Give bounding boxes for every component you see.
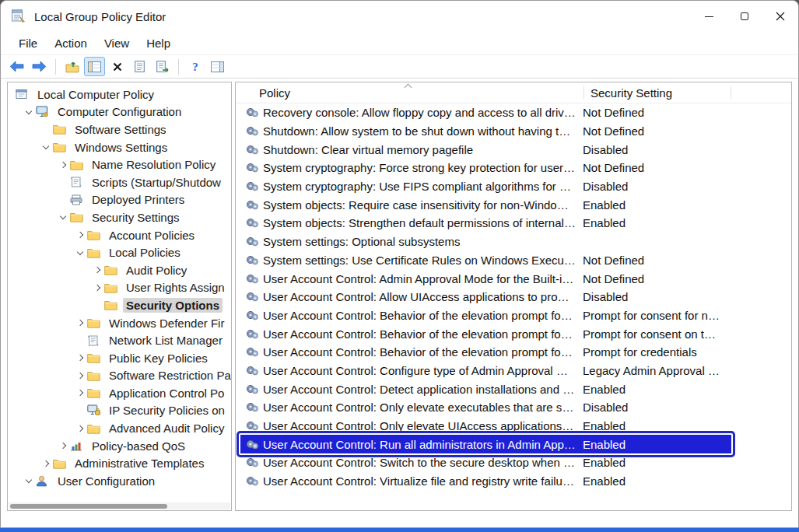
tree-item-policy-based-qos[interactable]: Policy-based QoS — [8, 437, 231, 455]
properties-button[interactable] — [129, 57, 150, 76]
folder-icon — [87, 352, 101, 363]
export-list-button[interactable] — [152, 57, 173, 76]
chevron-right-icon[interactable] — [56, 163, 70, 167]
tree-item-label: Software Restriction Pa — [106, 368, 232, 383]
back-button[interactable] — [6, 57, 27, 76]
folder-icon — [70, 159, 84, 170]
security-setting: Not Defined — [576, 106, 731, 119]
policy-row[interactable]: User Account Control: Behavior of the el… — [240, 343, 731, 362]
tree-item-windows-defender-fir[interactable]: Windows Defender Fir — [8, 314, 231, 332]
chevron-right-icon[interactable] — [73, 320, 87, 325]
tree-item-network-list-manager[interactable]: Network List Manager — [8, 331, 231, 349]
policy-name: User Account Control: Only elevate UIAcc… — [263, 419, 576, 432]
chevron-down-icon[interactable] — [73, 251, 87, 254]
chevron-down-icon[interactable] — [22, 479, 36, 482]
qos-icon — [70, 440, 84, 451]
chevron-right-icon[interactable] — [73, 426, 87, 431]
delete-button[interactable] — [107, 57, 128, 76]
policy-icon — [246, 291, 263, 303]
policy-row[interactable]: System cryptography: Force strong key pr… — [240, 159, 731, 177]
policy-row[interactable]: System objects: Require case insensitivi… — [240, 195, 731, 214]
close-button[interactable] — [762, 1, 798, 32]
printer-icon — [70, 194, 84, 205]
tree-item-public-key-policies[interactable]: Public Key Policies — [8, 349, 231, 367]
tree-item-local-computer-policy[interactable]: Local Computer Policy — [8, 86, 231, 103]
security-setting: Prompt for credentials — [576, 345, 731, 359]
chevron-right-icon[interactable] — [39, 461, 53, 466]
chevron-right-icon[interactable] — [56, 443, 70, 448]
tree-item-windows-settings[interactable]: Windows Settings — [8, 138, 231, 156]
scrollbar-thumb[interactable] — [10, 504, 167, 509]
up-one-level-button[interactable] — [61, 57, 82, 76]
tree-item-user-rights-assign[interactable]: User Rights Assign — [8, 279, 231, 297]
chevron-right-icon[interactable] — [73, 233, 87, 237]
chevron-down-icon[interactable] — [56, 215, 70, 219]
policy-row[interactable]: User Account Control: Behavior of the el… — [240, 306, 731, 325]
tree-horizontal-scrollbar[interactable] — [9, 502, 230, 509]
help-button[interactable]: ? — [184, 57, 205, 76]
tree-item-advanced-audit-policy[interactable]: Advanced Audit Policy — [8, 419, 231, 437]
tree-item-software-restriction-pa[interactable]: Software Restriction Pa — [8, 367, 231, 385]
security-setting: Disabled — [576, 143, 731, 156]
menu-view[interactable]: View — [96, 34, 138, 52]
tree-item-ip-security-policies-on[interactable]: IP Security Policies on — [8, 402, 231, 420]
minimize-button[interactable] — [691, 1, 727, 32]
forward-button[interactable] — [29, 57, 50, 76]
chevron-right-icon[interactable] — [73, 390, 87, 395]
tree-item-security-settings[interactable]: Security Settings — [8, 208, 231, 226]
policy-row[interactable]: Shutdown: Allow system to be shut down w… — [240, 122, 731, 141]
chevron-right-icon[interactable] — [90, 268, 104, 272]
chevron-down-icon[interactable] — [22, 110, 36, 114]
policy-row[interactable]: User Account Control: Virtualize file an… — [240, 472, 731, 491]
column-header-policy[interactable]: Policy — [240, 86, 583, 100]
show-action-pane-button[interactable] — [207, 57, 228, 76]
tree-item-label: Account Policies — [106, 228, 198, 243]
tree-item-security-options[interactable]: Security Options — [8, 296, 231, 314]
policy-row[interactable]: User Account Control: Switch to the secu… — [240, 453, 731, 472]
column-header-security-setting[interactable]: Security Setting — [583, 86, 731, 100]
folder-icon — [87, 370, 101, 381]
toolbar-separator — [55, 59, 56, 75]
chevron-right-icon[interactable] — [73, 373, 87, 378]
tree-item-local-policies[interactable]: Local Policies — [8, 243, 231, 261]
tree-item-label: Windows Settings — [72, 140, 170, 155]
tree-item-deployed-printers[interactable]: Deployed Printers — [8, 191, 231, 209]
policy-row[interactable]: User Account Control: Only elevate execu… — [240, 398, 731, 417]
chevron-right-icon[interactable] — [90, 285, 104, 290]
security-setting: Disabled — [576, 180, 731, 193]
policy-row[interactable]: User Account Control: Only elevate UIAcc… — [240, 417, 731, 436]
folder-icon — [104, 282, 118, 293]
show-console-tree-button[interactable] — [84, 57, 105, 76]
tree-item-name-resolution-policy[interactable]: Name Resolution Policy — [8, 156, 231, 173]
tree-item-audit-policy[interactable]: Audit Policy — [8, 261, 231, 279]
chevron-right-icon[interactable] — [73, 355, 87, 360]
script-icon — [70, 177, 84, 187]
policy-row[interactable]: System settings: Use Certificate Rules o… — [240, 251, 731, 270]
policy-row[interactable]: Recovery console: Allow floppy copy and … — [240, 103, 731, 122]
tree-item-software-settings[interactable]: Software Settings — [8, 121, 231, 138]
tree-item-administrative-templates[interactable]: Administrative Templates — [8, 454, 231, 472]
tree-item-application-control-po[interactable]: Application Control Po — [8, 384, 231, 402]
tree-item-user-configuration[interactable]: User Configuration — [8, 472, 231, 490]
policy-row[interactable]: User Account Control: Admin Approval Mod… — [240, 269, 731, 288]
policy-row[interactable]: User Account Control: Configure type of … — [240, 362, 731, 380]
policy-row[interactable]: User Account Control: Allow UIAccess app… — [240, 288, 731, 306]
policy-row[interactable]: User Account Control: Run all administra… — [240, 435, 731, 453]
policy-row[interactable]: System settings: Optional subsystems — [240, 233, 731, 251]
tree-item-scripts-startup-shutdow[interactable]: Scripts (Startup/Shutdow — [8, 173, 231, 191]
security-setting: Legacy Admin Approval … — [576, 364, 731, 377]
policy-row[interactable]: System cryptography: Use FIPS compliant … — [240, 177, 731, 196]
menu-action[interactable]: Action — [46, 34, 96, 52]
tree-item-computer-configuration[interactable]: Computer Configuration — [8, 103, 231, 121]
security-setting: Enabled — [576, 383, 731, 396]
policy-row[interactable]: System objects: Strengthen default permi… — [240, 214, 731, 233]
menu-help[interactable]: Help — [138, 34, 179, 52]
menu-file[interactable]: File — [10, 34, 46, 52]
maximize-button[interactable] — [727, 1, 762, 32]
chevron-down-icon[interactable] — [39, 145, 53, 149]
policy-row[interactable]: User Account Control: Detect application… — [240, 380, 731, 398]
tree-item-account-policies[interactable]: Account Policies — [8, 226, 231, 244]
policy-row[interactable]: User Account Control: Behavior of the el… — [240, 324, 731, 343]
delete-x-icon — [113, 62, 122, 72]
policy-row[interactable]: Shutdown: Clear virtual memory pagefileD… — [240, 140, 731, 159]
